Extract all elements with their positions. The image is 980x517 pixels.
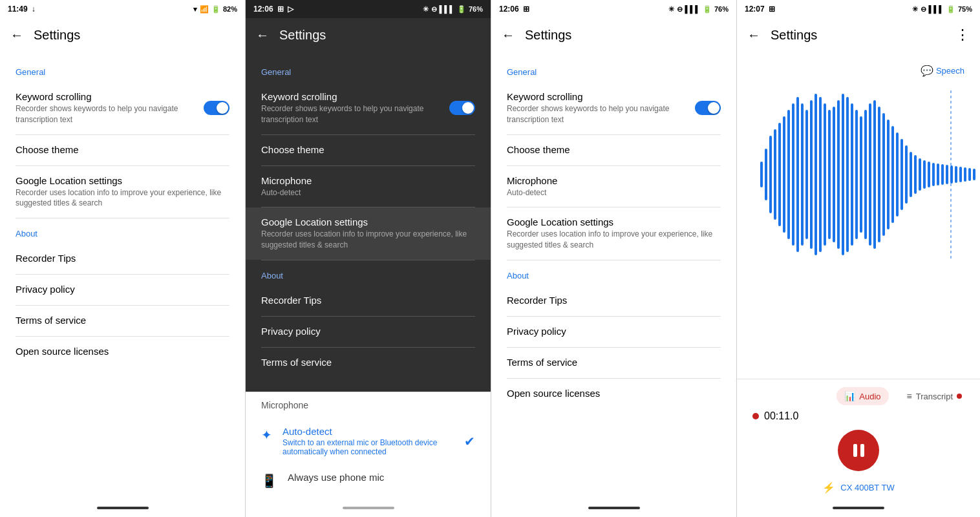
choose-theme-item-3[interactable]: Choose theme: [491, 135, 736, 165]
grid-icon-3: ⊞: [523, 5, 529, 14]
panel-3-settings-light: 12:06 ⊞ ✳ ⊖ ▌▌▌ 🔋 76% ← Settings General…: [491, 0, 737, 517]
svg-rect-12: [815, 94, 817, 255]
bottom-bar-3: [491, 501, 736, 517]
svg-rect-4: [778, 123, 781, 226]
keyword-scrolling-item-3[interactable]: Keyword scrolling Recorder shows keyword…: [491, 82, 736, 134]
home-indicator-2: [343, 507, 394, 509]
svg-rect-44: [959, 167, 962, 182]
page-title-3: Settings: [525, 28, 571, 43]
svg-rect-28: [887, 120, 889, 229]
keyword-scroll-toggle-1[interactable]: [204, 101, 229, 115]
sparkle-icon: ✦: [261, 427, 272, 443]
settings-content-1: General Keyword scrolling Recorder shows…: [0, 52, 245, 501]
keyword-scroll-toggle-2[interactable]: [449, 101, 475, 115]
bottom-bar-1: [0, 501, 245, 517]
bluetooth-device-name: CX 400BT TW: [840, 483, 894, 492]
panel-2-settings-dark: 12:06 ⊞ ▷ ✳ ⊖ ▌▌▌ 🔋 76% ← Settings Gener…: [246, 0, 491, 517]
svg-rect-8: [796, 97, 799, 252]
svg-rect-33: [910, 152, 912, 197]
battery-pct-3: 76%: [714, 5, 729, 13]
recorder-tips-item-1[interactable]: Recorder Tips: [0, 244, 245, 274]
back-button-1[interactable]: ←: [10, 28, 23, 43]
app-bar-4: ← Settings ⋮: [737, 18, 980, 52]
app-bar-2: ← Settings: [246, 18, 491, 52]
section-general-1: General: [0, 57, 245, 82]
microphone-item-2[interactable]: Microphone Auto-detect: [246, 166, 491, 207]
back-button-3[interactable]: ←: [502, 28, 515, 43]
svg-rect-5: [783, 116, 785, 233]
svg-rect-15: [828, 110, 831, 239]
open-source-item-1[interactable]: Open source licenses: [0, 337, 245, 367]
battery-pct-4: 75%: [958, 5, 972, 13]
svg-rect-19: [846, 97, 849, 252]
audio-tab-button[interactable]: 📊 Audio: [836, 387, 888, 405]
mic-popup-header-2: Microphone: [246, 392, 491, 418]
choose-theme-item-2[interactable]: Choose theme: [246, 135, 491, 165]
playback-controls-row: [737, 425, 980, 479]
status-time-3: 12:06: [499, 5, 519, 14]
settings-content-2: General Keyword scrolling Recorder shows…: [246, 52, 491, 392]
always-phone-title: Always use phone mic: [288, 472, 384, 483]
signal-icon-2: ▌▌▌: [440, 5, 454, 13]
recording-timer: 00:11.0: [764, 410, 798, 422]
privacy-policy-item-2[interactable]: Privacy policy: [246, 317, 491, 347]
privacy-policy-item-3[interactable]: Privacy policy: [491, 317, 736, 347]
recording-controls: 📊 Audio ≡ Transcript 00:11.0 ⚡ CX: [737, 379, 980, 501]
bt-icon-2: ✳: [423, 5, 429, 14]
bottom-bar-4: [737, 501, 980, 517]
battery-icon-3: 🔋: [703, 5, 712, 14]
privacy-policy-item-1[interactable]: Privacy policy: [0, 275, 245, 305]
keyword-scrolling-item-1[interactable]: Keyword scrolling Recorder shows keyword…: [0, 82, 245, 134]
keyword-scrolling-item-2[interactable]: Keyword scrolling Recorder shows keyword…: [246, 82, 491, 134]
terms-of-service-item-2[interactable]: Terms of service: [246, 348, 491, 378]
more-menu-icon[interactable]: ⋮: [955, 26, 970, 43]
timer-row: 00:11.0: [737, 408, 980, 425]
google-location-item-1[interactable]: Google Location settings Recorder uses l…: [0, 166, 245, 218]
transcript-tab-button[interactable]: ≡ Transcript: [899, 387, 970, 405]
svg-rect-38: [932, 163, 935, 186]
google-location-item-2[interactable]: Google Location settings Recorder uses l…: [246, 207, 491, 260]
svg-rect-21: [855, 110, 858, 239]
pause-button[interactable]: [838, 430, 879, 471]
recording-tab-bar: 📊 Audio ≡ Transcript: [737, 385, 980, 408]
back-button-4[interactable]: ←: [747, 28, 760, 43]
home-indicator-1: [97, 507, 149, 509]
status-bar-3: 12:06 ⊞ ✳ ⊖ ▌▌▌ 🔋 76%: [491, 0, 736, 18]
status-bar-2: 12:06 ⊞ ▷ ✳ ⊖ ▌▌▌ 🔋 76%: [246, 0, 491, 18]
choose-theme-item-1[interactable]: Choose theme: [0, 135, 245, 165]
status-bar-4: 12:07 ⊞ ✳ ⊖ ▌▌▌ 🔋 75%: [737, 0, 980, 18]
signal-icon-3: ▌▌▌: [685, 5, 700, 13]
svg-rect-40: [941, 164, 944, 185]
download-icon-1: ↓: [32, 5, 36, 14]
status-time-4: 12:07: [745, 5, 765, 14]
recorder-tips-item-2[interactable]: Recorder Tips: [246, 286, 491, 316]
mic-auto-detect-option[interactable]: ✦ Auto-detect Switch to an external mic …: [246, 418, 491, 464]
speech-icon: 💬: [921, 65, 933, 77]
google-location-item-3[interactable]: Google Location settings Recorder uses l…: [491, 207, 736, 260]
back-button-2[interactable]: ←: [256, 28, 269, 43]
audio-waveform-icon: 📊: [844, 391, 855, 401]
keyword-scroll-toggle-3[interactable]: [695, 101, 721, 115]
mic-popup-2: Microphone ✦ Auto-detect Switch to an ex…: [246, 392, 491, 501]
terms-of-service-item-1[interactable]: Terms of service: [0, 306, 245, 336]
recorder-tips-item-3[interactable]: Recorder Tips: [491, 286, 736, 316]
svg-rect-13: [819, 97, 822, 252]
audio-tab-label: Audio: [859, 392, 880, 401]
app-bar-1: ← Settings: [0, 18, 245, 52]
microphone-item-3[interactable]: Microphone Auto-detect: [491, 166, 736, 207]
svg-rect-41: [946, 165, 948, 184]
mic-always-phone-option[interactable]: 📱 Always use phone mic: [246, 464, 491, 496]
waveform-area: 💬 Speech: [737, 52, 980, 379]
grid-icon-2: ⊞: [277, 5, 284, 14]
page-title-1: Settings: [34, 28, 80, 43]
svg-rect-32: [905, 145, 908, 204]
open-source-item-3[interactable]: Open source licenses: [491, 379, 736, 409]
svg-rect-39: [937, 164, 939, 185]
wifi-icon-1: ▾: [193, 5, 197, 14]
svg-rect-22: [860, 116, 862, 233]
svg-rect-27: [882, 113, 885, 236]
svg-rect-20: [851, 103, 853, 246]
svg-rect-43: [955, 166, 957, 183]
page-title-4: Settings: [771, 28, 817, 43]
terms-of-service-item-3[interactable]: Terms of service: [491, 348, 736, 378]
